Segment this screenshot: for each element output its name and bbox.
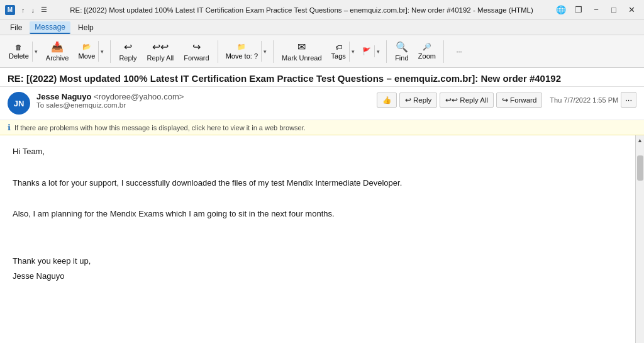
- tags-dropdown-button[interactable]: ▾: [349, 42, 357, 62]
- mark-unread-label: Mark Unread: [282, 54, 322, 62]
- zoom-button[interactable]: 🔎 Zoom: [415, 41, 439, 62]
- mark-unread-button[interactable]: ✉ Mark Unread: [277, 38, 326, 64]
- nav-list-button[interactable]: ☰: [38, 4, 50, 15]
- message-body-content: Hi Team, Thanks a lot for your support, …: [0, 135, 635, 296]
- scrollbar-up-arrow[interactable]: ▲: [636, 135, 645, 145]
- info-banner[interactable]: ℹ If there are problems with how this me…: [0, 120, 644, 135]
- window-title: RE: [(2022) Most updated 100% Latest IT …: [53, 6, 550, 14]
- globe-button[interactable]: 🌐: [553, 4, 569, 16]
- ribbon: 🗑 Delete ▾ 📥 Archive 📂 Move ▾ ↩ Reply ↩↩…: [0, 35, 644, 68]
- message-timestamp: Thu 7/7/2022 1:55 PM: [550, 96, 618, 104]
- more-options-label: ···: [456, 48, 462, 55]
- ribbon-divider-1: [110, 40, 111, 63]
- forward-action-icon: ↪: [502, 96, 508, 104]
- reply-all-action-label: Reply All: [460, 96, 488, 104]
- body-line: Jesse Naguyo: [13, 270, 623, 283]
- app-icon: M: [5, 5, 15, 15]
- flag-button[interactable]: 🚩: [359, 45, 374, 57]
- move-icon: 📂: [82, 43, 91, 51]
- body-line: Also, I am planning for the Mendix Exams…: [13, 208, 623, 221]
- forward-label: Forward: [184, 54, 209, 62]
- like-button[interactable]: 👍: [377, 93, 397, 108]
- sender-section: JN Jesse Naguyo <roydoree@yahoo.com> To …: [0, 87, 644, 120]
- titlebar-nav: ↑ ↓ ☰: [19, 4, 50, 15]
- delete-button[interactable]: 🗑 Delete: [6, 42, 32, 62]
- info-icon: ℹ: [8, 123, 11, 132]
- nav-forward-button[interactable]: ↓: [29, 5, 38, 15]
- scrollbar-thumb[interactable]: [637, 155, 643, 181]
- body-line: [13, 192, 623, 205]
- scrollbar-track: ▲: [635, 135, 644, 343]
- body-line: Hi Team,: [13, 145, 623, 159]
- reply-action-label: Reply: [413, 96, 431, 104]
- body-line: [13, 239, 623, 252]
- tags-button[interactable]: 🏷 Tags: [328, 42, 349, 62]
- archive-button[interactable]: 📥 Archive: [42, 38, 74, 64]
- move-button[interactable]: 📂 Move: [75, 41, 98, 62]
- move-to-icon: 📁: [237, 43, 246, 51]
- window-controls: 🌐 ❐ − □ ✕: [553, 4, 639, 16]
- zoom-group: 🔎 Zoom: [414, 40, 440, 62]
- nav-back-button[interactable]: ↑: [19, 5, 28, 15]
- reply-all-action-button[interactable]: ↩↩ Reply All: [440, 93, 494, 108]
- flag-dropdown-button[interactable]: ▾: [374, 45, 382, 57]
- move-label: Move: [78, 52, 95, 60]
- tags-label: Tags: [331, 52, 346, 60]
- info-banner-text: If there are problems with how this mess…: [14, 124, 306, 132]
- archive-label: Archive: [46, 54, 69, 62]
- to-label: To: [36, 101, 44, 109]
- delete-icon: 🗑: [15, 43, 22, 51]
- like-icon: 👍: [382, 96, 391, 104]
- reply-action-button[interactable]: ↩ Reply: [399, 93, 437, 108]
- menu-help[interactable]: Help: [73, 22, 99, 33]
- forward-button[interactable]: ↪ Forward: [179, 38, 213, 64]
- menu-file[interactable]: File: [5, 22, 27, 33]
- mark-unread-icon: ✉: [297, 41, 306, 53]
- reply-all-label: Reply All: [147, 54, 174, 62]
- body-line: Thank you keep it up,: [13, 255, 623, 268]
- reply-all-button[interactable]: ↩↩ Reply All: [143, 38, 179, 64]
- message-subject: RE: [(2022) Most updated 100% Latest IT …: [0, 68, 644, 87]
- more-options-button[interactable]: ···: [448, 45, 470, 58]
- tags-icon: 🏷: [335, 43, 342, 51]
- maximize-button[interactable]: □: [606, 4, 621, 16]
- move-group: 📂 Move ▾: [74, 40, 106, 62]
- move-dropdown-button[interactable]: ▾: [98, 41, 106, 62]
- move-to-label: Move to: ?: [226, 52, 258, 60]
- menu-message[interactable]: Message: [30, 21, 70, 34]
- message-more-button[interactable]: ···: [621, 92, 636, 108]
- delete-dropdown-button[interactable]: ▾: [32, 42, 40, 62]
- forward-action-label: Forward: [510, 96, 536, 104]
- move-to-dropdown-button[interactable]: ▾: [261, 41, 269, 62]
- restore-button[interactable]: ❐: [571, 4, 586, 16]
- minimize-button[interactable]: −: [589, 4, 604, 16]
- body-line: [13, 161, 623, 174]
- delete-group: 🗑 Delete ▾: [5, 41, 40, 62]
- tags-group: 🏷 Tags ▾: [328, 41, 357, 62]
- message-actions: 👍 ↩ Reply ↩↩ Reply All ↪ Forward Thu 7/7…: [377, 92, 636, 108]
- sender-info: Jesse Naguyo <roydoree@yahoo.com> To sal…: [36, 92, 370, 109]
- close-button[interactable]: ✕: [624, 4, 639, 16]
- archive-icon: 📥: [51, 41, 64, 53]
- ribbon-divider-5: [443, 40, 444, 63]
- forward-action-button[interactable]: ↪ Forward: [496, 93, 542, 108]
- reply-icon: ↩: [124, 41, 132, 53]
- reply-all-icon: ↩↩: [152, 41, 169, 53]
- reply-label: Reply: [119, 54, 136, 62]
- message-body: Hi Team, Thanks a lot for your support, …: [0, 135, 635, 343]
- find-icon: 🔍: [396, 41, 408, 53]
- reply-button[interactable]: ↩ Reply: [114, 38, 141, 64]
- scroll-container: Hi Team, Thanks a lot for your support, …: [0, 135, 644, 343]
- flag-icon: 🚩: [362, 47, 371, 55]
- find-button[interactable]: 🔍 Find: [391, 38, 413, 64]
- zoom-label: Zoom: [418, 52, 436, 60]
- avatar: JN: [8, 92, 30, 115]
- sender-to: To sales@enemquiz.com.br: [36, 101, 370, 109]
- titlebar: M ↑ ↓ ☰ RE: [(2022) Most updated 100% La…: [0, 0, 644, 20]
- flag-group: 🚩 ▾: [358, 45, 382, 58]
- app-icon-text: M: [8, 6, 13, 13]
- ribbon-divider-2: [218, 40, 218, 63]
- find-label: Find: [395, 54, 408, 62]
- move-to-button[interactable]: 📁 Move to: ?: [223, 41, 261, 62]
- body-line: [13, 223, 623, 237]
